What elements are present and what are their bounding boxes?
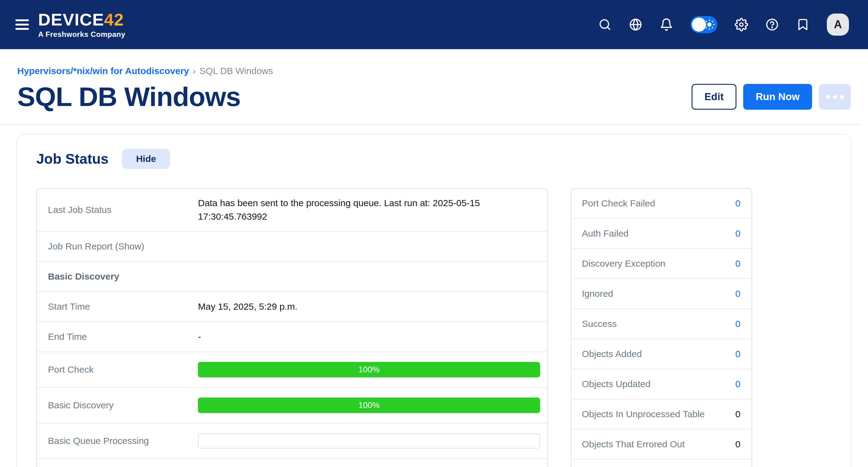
device42-logo[interactable]: DEVICE42 A Freshworks Company bbox=[38, 11, 125, 38]
counter-value[interactable]: 0 bbox=[735, 228, 740, 239]
row-label: Job Run Report (Show) bbox=[48, 241, 198, 252]
row-value: Data has been sent to the processing que… bbox=[198, 196, 540, 223]
port-check-progress-bar: 100% bbox=[198, 362, 540, 377]
job-details-table: Last Job Status Data has been sent to th… bbox=[36, 188, 548, 467]
counter-value[interactable]: 0 bbox=[735, 289, 740, 299]
counter-value[interactable]: 0 bbox=[735, 319, 740, 329]
run-now-button[interactable]: Run Now bbox=[743, 84, 812, 110]
logo-tagline: A Freshworks Company bbox=[38, 31, 125, 38]
counter-label: Success bbox=[582, 319, 617, 329]
breadcrumb-parent-link[interactable]: Hypervisors/*nix/win for Autodiscovery bbox=[17, 66, 189, 76]
menu-icon[interactable] bbox=[16, 19, 29, 30]
counter-row: Objects Added 0 bbox=[571, 339, 751, 369]
more-actions-button[interactable] bbox=[819, 84, 851, 110]
page-actions: Edit Run Now bbox=[691, 84, 851, 110]
counter-row: Objects Updated 0 bbox=[571, 369, 751, 399]
header-divider bbox=[0, 124, 861, 125]
bell-icon[interactable] bbox=[660, 18, 673, 31]
counter-row: Auth Failed 0 bbox=[571, 219, 751, 249]
navbar-icons: A bbox=[598, 13, 849, 36]
row-label: Port Check bbox=[48, 364, 198, 375]
counter-row: Success 0 bbox=[571, 309, 751, 339]
counter-row: Discovery Exception 0 bbox=[571, 249, 751, 279]
table-row-job-run-report: Job Run Report (Show) bbox=[37, 232, 548, 262]
counter-row: Ignored 0 bbox=[571, 279, 751, 309]
counter-value[interactable]: 0 bbox=[735, 198, 740, 209]
breadcrumb-separator: › bbox=[193, 66, 196, 76]
table-row-partial bbox=[37, 459, 548, 467]
gear-icon[interactable] bbox=[735, 18, 748, 31]
sun-icon bbox=[703, 19, 716, 31]
row-value: - bbox=[198, 330, 540, 343]
logo-text: DEVICE42 bbox=[38, 11, 125, 28]
counter-value: 0 bbox=[735, 409, 740, 420]
counter-row: Objects In Unprocessed Table 0 bbox=[571, 399, 751, 430]
counter-row: Port Check Failed 0 bbox=[571, 189, 751, 219]
hide-button[interactable]: Hide bbox=[122, 149, 170, 169]
breadcrumb: Hypervisors/*nix/win for Autodiscovery ›… bbox=[17, 66, 851, 76]
ellipsis-icon bbox=[826, 95, 830, 99]
counter-label: Objects Added bbox=[582, 349, 642, 359]
counter-value[interactable]: 0 bbox=[735, 379, 740, 389]
row-label: End Time bbox=[48, 332, 198, 342]
search-icon[interactable] bbox=[598, 18, 612, 31]
page-title: SQL DB Windows bbox=[17, 81, 241, 112]
basic-discovery-progress-bar: 100% bbox=[198, 398, 540, 413]
counter-value[interactable]: 0 bbox=[735, 349, 740, 359]
row-label: Start Time bbox=[48, 301, 198, 312]
table-row-basic-discovery-progress: Basic Discovery 100% bbox=[37, 388, 548, 423]
breadcrumb-current: SQL DB Windows bbox=[199, 66, 273, 76]
counter-row-partial bbox=[571, 460, 751, 467]
row-label: Last Job Status bbox=[48, 205, 198, 215]
row-label: Basic Discovery bbox=[48, 400, 198, 410]
row-label: Basic Queue Processing bbox=[48, 436, 198, 446]
table-row-basic-queue-processing: Basic Queue Processing bbox=[37, 423, 548, 459]
bookmark-icon[interactable] bbox=[796, 18, 810, 31]
job-status-heading: Job Status bbox=[36, 151, 108, 167]
theme-toggle[interactable] bbox=[690, 16, 717, 33]
avatar[interactable]: A bbox=[827, 13, 849, 36]
show-link[interactable]: Show bbox=[118, 241, 141, 251]
job-status-card: Job Status Hide Last Job Status Data has… bbox=[17, 134, 851, 467]
logo-42: 42 bbox=[104, 10, 124, 29]
basic-queue-progress-bar bbox=[198, 433, 540, 448]
globe-icon[interactable] bbox=[629, 18, 642, 31]
counter-value: 0 bbox=[735, 439, 740, 449]
counter-label: Port Check Failed bbox=[582, 198, 655, 209]
counter-label: Objects That Errored Out bbox=[582, 439, 685, 449]
help-icon[interactable] bbox=[765, 18, 779, 31]
job-counters-table: Port Check Failed 0 Auth Failed 0 Discov… bbox=[571, 188, 752, 467]
counter-value[interactable]: 0 bbox=[735, 258, 740, 269]
table-row-start-time: Start Time May 15, 2025, 5:29 p.m. bbox=[37, 292, 548, 322]
page-header: Hypervisors/*nix/win for Autodiscovery ›… bbox=[0, 49, 868, 112]
table-row-port-check: Port Check 100% bbox=[37, 352, 548, 388]
table-row-last-job-status: Last Job Status Data has been sent to th… bbox=[37, 189, 548, 232]
counter-label: Discovery Exception bbox=[582, 258, 665, 269]
top-navbar: DEVICE42 A Freshworks Company bbox=[0, 0, 868, 49]
counter-label: Ignored bbox=[582, 289, 613, 299]
counter-label: Objects Updated bbox=[582, 379, 650, 389]
counter-row: Objects That Errored Out 0 bbox=[571, 430, 751, 460]
table-row-section-basic-discovery: Basic Discovery bbox=[37, 262, 548, 292]
edit-button[interactable]: Edit bbox=[691, 84, 737, 110]
section-label: Basic Discovery bbox=[48, 271, 198, 282]
table-row-end-time: End Time - bbox=[37, 322, 548, 352]
counter-label: Objects In Unprocessed Table bbox=[582, 409, 705, 420]
counter-label: Auth Failed bbox=[582, 228, 628, 239]
row-value: May 15, 2025, 5:29 p.m. bbox=[198, 300, 540, 313]
